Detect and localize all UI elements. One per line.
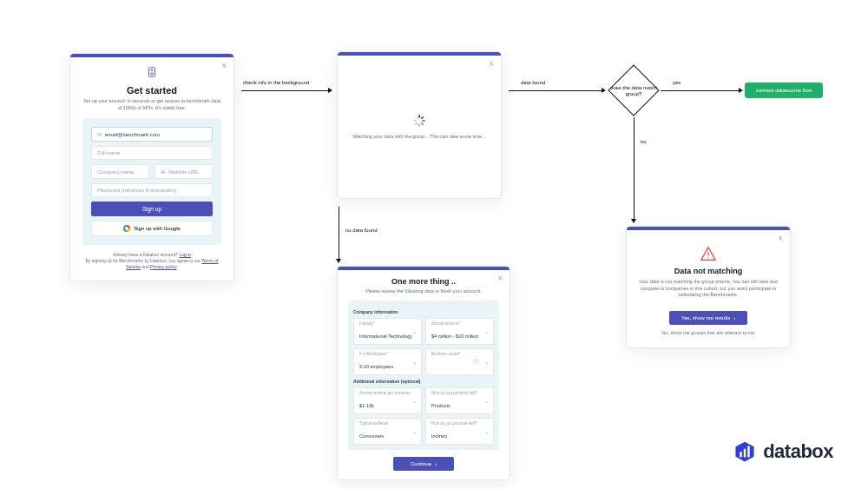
- email-field[interactable]: ✉ email@benchmark.com: [91, 127, 213, 142]
- revenue-select[interactable]: Annual revenue* $4 million - $10 million…: [425, 318, 494, 345]
- signup-subtitle: Set up your account in seconds or get ac…: [82, 98, 221, 111]
- svg-rect-8: [747, 446, 749, 458]
- flow-label-yes: yes: [673, 80, 681, 85]
- endpoint-connect: connect datasource flow: [745, 83, 823, 98]
- industry-select[interactable]: Industry* Informational Technology ⌄: [353, 318, 422, 345]
- chevron-down-icon: ⌄: [484, 359, 489, 365]
- email-icon: ✉: [97, 131, 102, 137]
- flow-label-check-bg: check info in the background: [243, 80, 309, 85]
- arrowhead-2: [602, 88, 606, 93]
- employees-select[interactable]: # of Employees* 2-10 employees ⌄: [353, 348, 422, 375]
- close-icon[interactable]: ×: [489, 59, 494, 69]
- arrow-no: [634, 117, 635, 219]
- arrow-2: [509, 90, 602, 91]
- arrowhead-nodata: [336, 259, 341, 263]
- audience-select[interactable]: Typical audience Consumers ⌄: [353, 418, 422, 445]
- info-icon: ⓘ: [474, 358, 479, 366]
- svg-rect-7: [744, 449, 746, 458]
- fullname-placeholder: Full name: [97, 150, 120, 155]
- password-placeholder: Password (minimum 8 characters): [97, 188, 176, 193]
- arrow-1: [241, 90, 328, 91]
- warning-icon: [700, 246, 717, 261]
- onemore-subtitle: Please review the following data to fini…: [348, 288, 499, 295]
- decision-diamond: does the data match group?: [608, 64, 660, 116]
- chevron-down-icon: ⌄: [412, 359, 417, 365]
- signup-title: Get started: [82, 85, 221, 96]
- svg-point-1: [151, 69, 153, 71]
- notmatching-title: Data not matching: [639, 267, 778, 275]
- chevron-down-icon: ⌄: [484, 328, 489, 334]
- google-signup-button[interactable]: Sign up with Google: [91, 221, 213, 236]
- chevron-right-icon: ›: [435, 461, 437, 466]
- chevron-down-icon: ⌄: [484, 428, 489, 434]
- svg-rect-6: [740, 452, 741, 458]
- chevron-down-icon: ⌄: [412, 398, 417, 404]
- chevron-down-icon: ⌄: [412, 328, 417, 334]
- arrowhead-1: [328, 88, 332, 93]
- continue-label: Continue: [411, 461, 431, 466]
- globe-icon: ⊕: [161, 169, 165, 175]
- google-icon: [123, 225, 130, 232]
- password-field[interactable]: Password (minimum 8 characters): [91, 183, 213, 197]
- close-icon[interactable]: ×: [497, 274, 503, 283]
- bizmodel-select[interactable]: Business model* ⓘ ⌄: [425, 348, 494, 375]
- close-icon[interactable]: ×: [778, 234, 783, 243]
- arrowhead-yes: [739, 88, 743, 93]
- notmatching-body: Your data is not matching the group crit…: [639, 279, 778, 299]
- signup-card: × Get started Set up your account in sec…: [69, 53, 234, 281]
- website-placeholder: Website URL: [168, 169, 199, 175]
- onemore-title: One more thing ..: [348, 277, 499, 286]
- flow-label-data-found: data found: [521, 80, 545, 85]
- sell-select[interactable]: Who do you primarily sell? Products ⌄: [425, 387, 494, 414]
- notmatching-card: × Data not matching Your data is not mat…: [626, 226, 791, 348]
- flow-label-no: no: [641, 139, 647, 144]
- arpc-select[interactable]: Annual revenue per customer $1-10k ⌄: [353, 387, 422, 414]
- logo: databox: [733, 440, 833, 463]
- logo-text: databox: [763, 440, 833, 463]
- arrow-nodata: [339, 207, 339, 259]
- company-placeholder: Company name: [97, 169, 134, 175]
- app-icon: [82, 66, 221, 82]
- promote-select[interactable]: How do you promote self? Indirect ⌄: [425, 418, 494, 445]
- spinner-icon: [413, 115, 425, 127]
- company-field[interactable]: Company name: [91, 164, 149, 179]
- section-company: Company information: [353, 309, 494, 314]
- svg-point-5: [707, 257, 708, 258]
- fullname-field[interactable]: Full name: [91, 146, 213, 160]
- close-icon[interactable]: ×: [221, 61, 227, 70]
- relevant-groups-link[interactable]: No, show me groups that are relevant to …: [639, 330, 778, 335]
- website-field[interactable]: ⊕ Website URL: [155, 164, 213, 179]
- chevron-down-icon: ⌄: [484, 398, 489, 404]
- onemore-card: × One more thing .. Please review the fo…: [337, 266, 510, 480]
- flow-label-no-data: no data found: [345, 228, 378, 233]
- privacy-link[interactable]: Privacy policy: [150, 264, 176, 269]
- loading-card: × Matching your data with the group... T…: [337, 51, 502, 199]
- signup-form: ✉ email@benchmark.com Full name Company …: [82, 118, 221, 245]
- section-additional: Additional information (optional): [353, 379, 494, 384]
- loading-text: Matching your data with the group... Thi…: [352, 134, 485, 139]
- arrowhead-no: [631, 219, 636, 223]
- chevron-right-icon: ›: [733, 315, 735, 320]
- email-value: email@benchmark.com: [105, 132, 160, 137]
- show-results-button[interactable]: Yes, show me results ›: [669, 311, 747, 325]
- continue-button[interactable]: Continue ›: [393, 457, 454, 471]
- arrow-yes: [661, 90, 739, 91]
- google-label: Sign up with Google: [134, 226, 181, 231]
- footer-text: Already have a Databox account? Log in B…: [82, 252, 221, 270]
- logo-icon: [733, 440, 756, 463]
- chevron-down-icon: ⌄: [412, 428, 417, 434]
- decision-text: does the data match group?: [608, 85, 660, 97]
- login-link[interactable]: Log in: [179, 252, 191, 257]
- signup-button[interactable]: Sign up: [91, 202, 213, 216]
- onemore-form: Company information Industry* Informatio…: [348, 301, 499, 450]
- svg-rect-0: [149, 68, 155, 77]
- show-results-label: Yes, show me results: [681, 315, 730, 320]
